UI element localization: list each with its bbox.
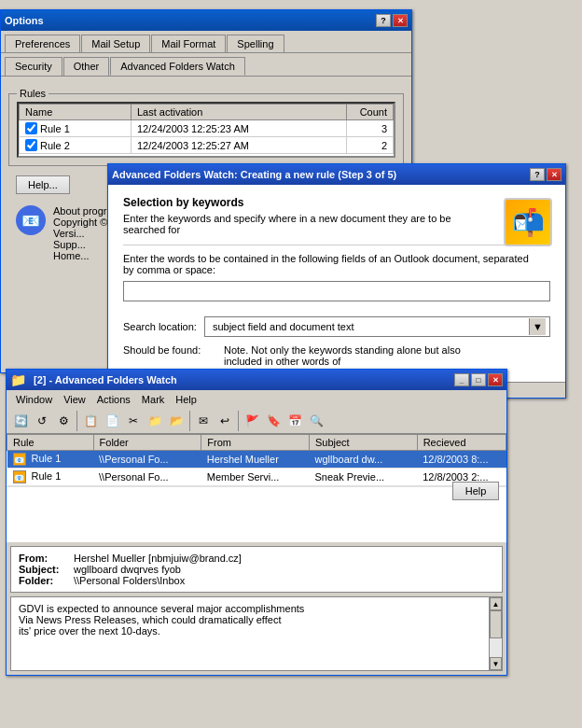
toolbar-delete-btn[interactable]: ✂	[123, 411, 144, 431]
toolbar-move-btn[interactable]: 📂	[166, 411, 187, 431]
main-window-icon: 📁	[10, 372, 26, 387]
email-1-rule: 📧 Rule 1	[7, 451, 94, 469]
toolbar-unflag-btn[interactable]: 🔖	[263, 411, 284, 431]
toolbar-calendar-btn[interactable]: 📅	[284, 411, 305, 431]
menu-window[interactable]: Window	[10, 392, 58, 407]
wizard-description: Enter the keywords and specify where in …	[123, 213, 478, 235]
scrollbar-down-btn[interactable]: ▼	[490, 657, 502, 670]
search-location-dropdown[interactable]: subject field and document text ▼	[204, 316, 550, 337]
from-value: Hershel Mueller [nbmjuiw@brand.cz]	[74, 553, 242, 564]
email-1-from: Hershel Mueller	[201, 451, 310, 469]
menu-view[interactable]: View	[58, 392, 91, 407]
detail-from-row: From: Hershel Mueller [nbmjuiw@brand.cz]	[19, 553, 494, 564]
menu-mark[interactable]: Mark	[136, 392, 170, 407]
toolbar-forward-btn[interactable]: ✉	[193, 411, 214, 431]
tab-security[interactable]: Security	[5, 57, 62, 76]
tab-preferences[interactable]: Preferences	[5, 35, 80, 52]
scrollbar-up-btn[interactable]: ▲	[490, 597, 502, 610]
tab-advanced-folders-watch[interactable]: Advanced Folders Watch	[110, 57, 244, 76]
subject-value: wgllboard dwqrves fyob	[74, 564, 181, 575]
col-folder[interactable]: Folder	[93, 435, 201, 451]
menu-help[interactable]: Help	[170, 392, 202, 407]
subject-label: Subject:	[19, 564, 70, 575]
wizard-header-icon: 📬	[504, 198, 552, 246]
rule-1-activation: 12/24/2003 12:25:23 AM	[132, 120, 347, 137]
options-tabs-row1: Preferences Mail Setup Mail Format Spell…	[1, 31, 411, 53]
rule-1-checkbox[interactable]	[25, 122, 37, 134]
toolbar-sep2	[189, 411, 190, 431]
wizard-body: 📬 Selection by keywords Enter the keywor…	[108, 185, 565, 382]
tab-spelling[interactable]: Spelling	[227, 35, 284, 52]
wizard-separator	[123, 245, 550, 245]
col-count[interactable]: Count	[347, 105, 394, 120]
search-location-row: Search location: subject field and docum…	[123, 316, 550, 337]
detail-folder-row: Folder: \\Personal Folders\Inbox	[19, 575, 494, 586]
wizard-window: Advanced Folders Watch: Creating a new r…	[107, 163, 566, 399]
email-2-from: Member Servi...	[201, 469, 310, 486]
tab-other[interactable]: Other	[63, 57, 110, 76]
wizard-keywords-input[interactable]	[123, 281, 550, 301]
help-button[interactable]: Help...	[16, 175, 70, 194]
tab-mail-format[interactable]: Mail Format	[151, 35, 226, 52]
folder-value: \\Personal Folders\Inbox	[74, 575, 185, 586]
detail-subject-row: Subject: wgllboard dwqrves fyob	[19, 564, 494, 575]
main-minimize-btn[interactable]: _	[454, 373, 469, 386]
rule-2-checkbox[interactable]	[25, 139, 37, 151]
col-last-activation[interactable]: Last activation	[132, 105, 347, 120]
email-body-text: GDVI is expected to announce several maj…	[19, 603, 483, 637]
email-1-received: 12/8/2003 8:...	[417, 451, 506, 469]
main-maximize-btn[interactable]: □	[471, 373, 486, 386]
email-detail-panel: From: Hershel Mueller [nbmjuiw@brand.cz]…	[10, 546, 503, 593]
scrollbar-thumb[interactable]	[490, 610, 502, 638]
options-close-button[interactable]: ✕	[393, 14, 408, 27]
options-title: Options	[5, 15, 44, 26]
dropdown-arrow-icon: ▼	[529, 318, 546, 335]
col-subject[interactable]: Subject	[309, 435, 417, 451]
note-text: Note. Not only the keywords standing alo…	[224, 344, 485, 367]
rules-table-area: Name Last activation Count Rule 1	[17, 102, 395, 158]
email-list-table: Rule Folder From Subject Recieved 📧 Rule…	[7, 434, 506, 486]
email-row-1[interactable]: 📧 Rule 1 \\Personal Fo... Hershel Muelle…	[7, 451, 506, 469]
menu-bar: Window View Actions Mark Help	[7, 390, 506, 409]
toolbar-copy2-btn[interactable]: 📄	[102, 411, 122, 431]
rule-1-count: 3	[347, 120, 394, 137]
folder-label: Folder:	[19, 575, 70, 586]
menu-actions[interactable]: Actions	[91, 392, 136, 407]
from-label: From:	[19, 553, 70, 564]
col-rule[interactable]: Rule	[7, 435, 94, 451]
wizard-section-header: Selection by keywords	[123, 196, 550, 209]
toolbar-settings-btn[interactable]: ⚙	[53, 411, 74, 431]
col-received[interactable]: Recieved	[417, 435, 506, 451]
main-title: [2] - Advanced Folders Watch	[34, 374, 177, 385]
wizard-help-btn[interactable]: ?	[530, 168, 545, 181]
options-tabs-row2: Security Other Advanced Folders Watch	[1, 53, 411, 77]
rule-2-name: Rule 2	[20, 137, 132, 154]
search-location-value: subject field and document text	[209, 321, 529, 332]
rule-2-activation: 12/24/2003 12:25:27 AM	[132, 137, 347, 154]
email-body-scrollbar[interactable]: ▲ ▼	[489, 597, 502, 670]
toolbar-paste-btn[interactable]: 📁	[145, 411, 165, 431]
toolbar-refresh2-btn[interactable]: ↺	[32, 411, 52, 431]
rule-row-1[interactable]: Rule 1 12/24/2003 12:25:23 AM 3	[20, 120, 394, 137]
col-name[interactable]: Name	[20, 105, 132, 120]
toolbar-refresh1-btn[interactable]: 🔄	[10, 411, 31, 431]
toolbar-reply-btn[interactable]: ↩	[215, 411, 235, 431]
toolbar-copy1-btn[interactable]: 📋	[80, 411, 101, 431]
main-close-btn[interactable]: ✕	[488, 373, 503, 386]
tab-mail-setup[interactable]: Mail Setup	[81, 35, 150, 52]
search-location-label: Search location:	[123, 321, 197, 332]
wizard-close-btn[interactable]: ✕	[547, 168, 561, 181]
email-row-2[interactable]: 📧 Rule 1 \\Personal Fo... Member Servi..…	[7, 469, 506, 486]
main-help-button[interactable]: Help	[452, 482, 499, 500]
toolbar-flag-btn[interactable]: 🚩	[242, 411, 262, 431]
rule-row-2[interactable]: Rule 2 12/24/2003 12:25:27 AM 2	[20, 137, 394, 154]
options-help-button[interactable]: ?	[376, 14, 391, 27]
toolbar-filter-btn[interactable]: 🔍	[306, 411, 326, 431]
email-2-subject: Sneak Previe...	[309, 469, 417, 486]
email-1-icon: 📧	[13, 453, 26, 466]
col-from[interactable]: From	[201, 435, 310, 451]
toolbar-sep1	[76, 411, 77, 431]
scrollbar-track	[490, 610, 502, 657]
email-2-rule: 📧 Rule 1	[7, 469, 94, 486]
rules-groupbox: Rules Name Last activation Count	[8, 93, 404, 166]
